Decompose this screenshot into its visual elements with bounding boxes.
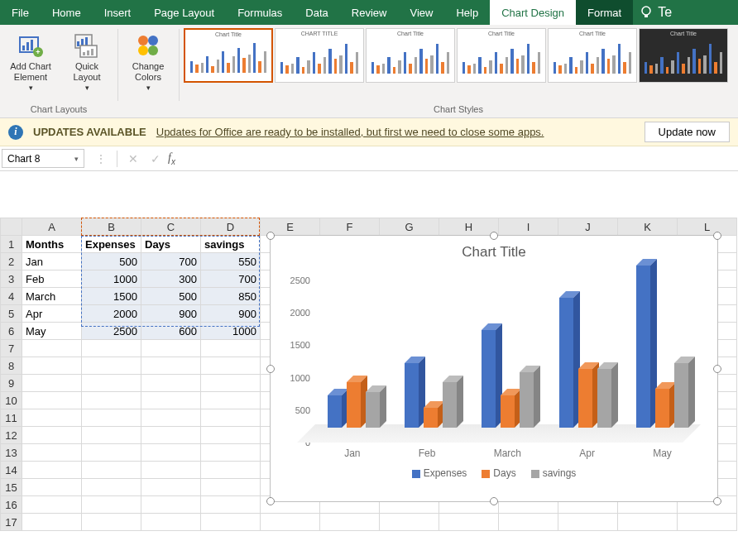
chart-style-thumb[interactable]: Chart Title <box>548 28 637 83</box>
cell[interactable] <box>22 444 82 462</box>
update-now-button[interactable]: Update now <box>645 122 730 142</box>
cell[interactable] <box>22 340 82 357</box>
row-header[interactable]: 5 <box>1 305 22 323</box>
cell[interactable] <box>82 496 141 514</box>
cell[interactable] <box>380 514 439 531</box>
chart-bar[interactable] <box>347 382 361 428</box>
cell[interactable] <box>22 427 82 444</box>
cell[interactable] <box>141 479 201 496</box>
cell[interactable] <box>82 409 141 427</box>
cell[interactable]: 500 <box>141 288 201 305</box>
row-header[interactable]: 7 <box>1 340 22 357</box>
cell[interactable] <box>320 514 380 531</box>
cell[interactable] <box>82 444 141 462</box>
tab-formulas[interactable]: Formulas <box>226 0 294 25</box>
cell[interactable] <box>141 496 201 514</box>
tab-data[interactable]: Data <box>294 0 339 25</box>
select-all-corner[interactable] <box>1 218 22 236</box>
cell[interactable]: Expenses <box>82 236 141 253</box>
cell[interactable] <box>618 514 678 531</box>
cell[interactable] <box>201 444 261 462</box>
cell[interactable]: Apr <box>22 305 82 323</box>
cell[interactable] <box>22 375 82 392</box>
cell[interactable] <box>558 514 618 531</box>
cell[interactable] <box>201 496 261 514</box>
cell[interactable]: 700 <box>201 270 261 288</box>
cell[interactable] <box>82 340 141 357</box>
chart-bar[interactable] <box>366 392 380 428</box>
row-header[interactable]: 14 <box>1 462 22 479</box>
cell[interactable] <box>201 409 261 427</box>
cell[interactable] <box>141 392 201 409</box>
column-header[interactable]: C <box>141 218 201 236</box>
chart-bar[interactable] <box>655 389 669 428</box>
cell[interactable]: May <box>22 323 82 340</box>
cell[interactable] <box>22 357 82 375</box>
chart-style-thumb[interactable]: Chart Title <box>457 28 546 83</box>
tab-format[interactable]: Format <box>576 0 633 25</box>
chart-style-thumb[interactable]: Chart Title <box>366 28 455 83</box>
row-header[interactable]: 17 <box>1 514 22 531</box>
tab-file[interactable]: File <box>0 0 41 25</box>
column-header[interactable]: L <box>678 218 737 236</box>
legend-entry[interactable]: Days <box>482 467 515 479</box>
cell[interactable] <box>22 479 82 496</box>
chart-bar[interactable] <box>674 363 688 428</box>
cell[interactable] <box>82 462 141 479</box>
column-header[interactable]: H <box>439 218 499 236</box>
cell[interactable] <box>201 357 261 375</box>
column-header[interactable]: A <box>22 218 82 236</box>
cell[interactable]: Months <box>22 236 82 253</box>
row-header[interactable]: 11 <box>1 409 22 427</box>
chart-bar[interactable] <box>597 369 611 428</box>
cell[interactable] <box>82 479 141 496</box>
chart-bar[interactable] <box>636 266 650 428</box>
cell[interactable] <box>141 357 201 375</box>
row-header[interactable]: 2 <box>1 253 22 270</box>
cell[interactable]: Days <box>141 236 201 253</box>
row-header[interactable]: 9 <box>1 375 22 392</box>
cell[interactable] <box>22 392 82 409</box>
cell[interactable] <box>201 462 261 479</box>
cell[interactable] <box>201 514 261 531</box>
embedded-chart[interactable]: Chart Title 05001000150020002500 JanFebM… <box>270 235 718 502</box>
cell[interactable]: 300 <box>141 270 201 288</box>
tab-help[interactable]: Help <box>444 0 490 25</box>
row-header[interactable]: 13 <box>1 444 22 462</box>
row-header[interactable]: 12 <box>1 427 22 444</box>
fx-icon[interactable]: fx <box>168 151 175 166</box>
cell[interactable]: Feb <box>22 270 82 288</box>
chart-bar[interactable] <box>482 330 496 428</box>
cell[interactable] <box>141 340 201 357</box>
row-header[interactable]: 1 <box>1 236 22 253</box>
update-message-link[interactable]: Updates for Office are ready to be insta… <box>156 126 544 138</box>
row-header[interactable]: 16 <box>1 496 22 514</box>
cell[interactable]: Jan <box>22 253 82 270</box>
cell[interactable] <box>141 427 201 444</box>
cell[interactable] <box>141 375 201 392</box>
cell[interactable]: 1500 <box>82 288 141 305</box>
cell[interactable]: 900 <box>141 305 201 323</box>
tab-insert[interactable]: Insert <box>93 0 143 25</box>
cell[interactable] <box>201 427 261 444</box>
cell[interactable]: 2000 <box>82 305 141 323</box>
cell[interactable]: 2500 <box>82 323 141 340</box>
legend-entry[interactable]: Expenses <box>412 467 467 479</box>
cell[interactable] <box>82 375 141 392</box>
cell[interactable] <box>82 392 141 409</box>
chart-bar[interactable] <box>501 395 515 428</box>
tab-chart-design[interactable]: Chart Design <box>490 0 576 25</box>
chart-bar[interactable] <box>405 363 419 428</box>
cell[interactable] <box>201 375 261 392</box>
chart-legend[interactable]: ExpensesDayssavings <box>271 459 717 484</box>
cell[interactable] <box>141 444 201 462</box>
cell[interactable] <box>82 427 141 444</box>
cancel-formula-icon[interactable]: ✕ <box>123 150 143 168</box>
cell[interactable]: 500 <box>82 253 141 270</box>
legend-entry[interactable]: savings <box>531 467 577 479</box>
cell[interactable]: 600 <box>141 323 201 340</box>
cell[interactable] <box>201 340 261 357</box>
cell[interactable]: March <box>22 288 82 305</box>
cell[interactable] <box>439 514 499 531</box>
column-header[interactable]: F <box>320 218 380 236</box>
